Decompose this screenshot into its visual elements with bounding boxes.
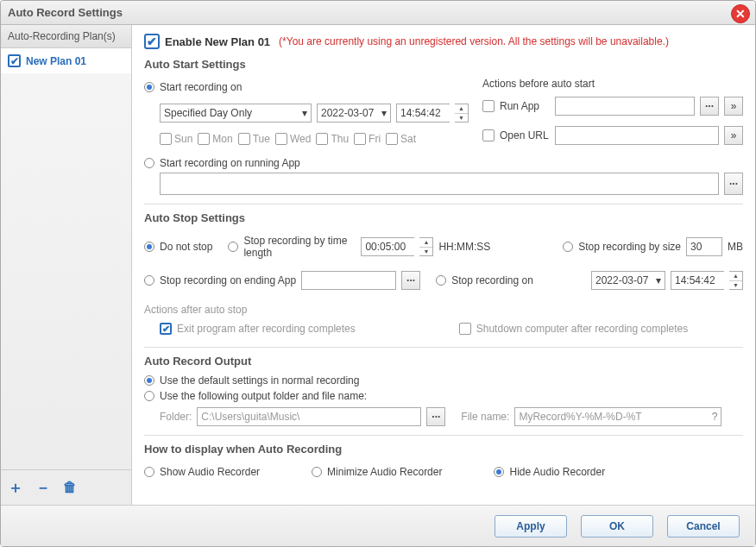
plan-checkbox-icon[interactable]: ✔ xyxy=(8,54,21,67)
start-date-picker[interactable]: 2022-03-07 xyxy=(317,104,391,123)
day-wed-check[interactable] xyxy=(275,133,287,145)
day-sun-check[interactable] xyxy=(160,133,172,145)
stop-time-radio[interactable] xyxy=(228,242,238,252)
day-tue-check[interactable] xyxy=(238,133,250,145)
stop-size-radio[interactable] xyxy=(563,242,573,252)
run-app-check[interactable] xyxy=(482,100,495,112)
add-plan-button[interactable]: ＋ xyxy=(8,477,23,498)
main-panel: ✔ Enable New Plan 01 (*You are currently… xyxy=(132,25,755,505)
display-min-radio[interactable] xyxy=(312,467,322,477)
filename-help-icon[interactable]: ? xyxy=(712,411,718,423)
stop-app-input[interactable] xyxy=(301,271,396,290)
stop-none-radio[interactable] xyxy=(144,242,154,252)
stop-time-spinner2[interactable]: ▲▼ xyxy=(729,271,743,290)
display-hide-radio[interactable] xyxy=(494,467,504,477)
dialog-window: Auto Record Settings ✕ Auto-Recording Pl… xyxy=(0,0,756,547)
enable-plan-checkbox[interactable]: ✔ xyxy=(144,34,160,49)
start-on-app-radio[interactable] xyxy=(144,158,154,168)
days-row: Sun Mon Tue Wed Thu Fri Sat xyxy=(160,133,474,145)
sidebar-item-label: New Plan 01 xyxy=(26,55,86,67)
actions-before-label: Actions before auto start xyxy=(482,78,743,90)
filename-input[interactable]: MyRecord%Y-%M-%D-%T? xyxy=(514,407,721,426)
delete-plan-button[interactable]: 🗑 xyxy=(63,480,77,495)
unregistered-notice: (*You are currently using an unregistere… xyxy=(279,35,669,47)
section-after-title: Actions after auto stop xyxy=(144,304,743,316)
open-url-go[interactable]: » xyxy=(724,126,743,145)
start-on-date-label: Start recording on xyxy=(160,81,242,93)
start-on-app-browse[interactable]: ··· xyxy=(724,173,743,195)
ok-button[interactable]: OK xyxy=(581,515,653,538)
titlebar: Auto Record Settings ✕ xyxy=(1,1,755,25)
shutdown-after-check[interactable] xyxy=(459,323,471,335)
start-on-app-label: Start recording on running App xyxy=(160,157,300,169)
stop-date-picker[interactable]: 2022-03-07 xyxy=(591,271,665,290)
stop-size-input[interactable]: 30 xyxy=(686,237,722,256)
start-columns: Start recording on Specified Day Only 20… xyxy=(144,78,743,148)
dialog-body: Auto-Recording Plan(s) ✔ New Plan 01 ＋ －… xyxy=(1,25,755,505)
filename-label: File name: xyxy=(461,411,509,423)
display-show-radio[interactable] xyxy=(144,467,154,477)
output-default-radio[interactable] xyxy=(144,375,154,386)
open-url-check[interactable] xyxy=(482,129,495,141)
start-time-input[interactable]: 14:54:42 xyxy=(396,104,450,123)
remove-plan-button[interactable]: － xyxy=(35,477,51,498)
folder-input[interactable]: C:\Users\guita\Music\ xyxy=(197,407,421,426)
sidebar: Auto-Recording Plan(s) ✔ New Plan 01 ＋ －… xyxy=(1,25,132,505)
close-button[interactable]: ✕ xyxy=(731,4,750,23)
stop-app-browse[interactable]: ··· xyxy=(401,271,420,290)
start-mode-combo[interactable]: Specified Day Only xyxy=(160,104,312,123)
folder-label: Folder: xyxy=(160,411,192,423)
stop-app-radio[interactable] xyxy=(144,275,154,286)
sidebar-header: Auto-Recording Plan(s) xyxy=(1,25,131,48)
open-url-input[interactable] xyxy=(555,126,719,145)
section-stop-title: Auto Stop Settings xyxy=(144,204,743,224)
day-thu-check[interactable] xyxy=(316,133,328,145)
window-title: Auto Record Settings xyxy=(8,6,123,19)
section-display-title: How to display when Auto Recording xyxy=(144,435,743,456)
stop-date-radio[interactable] xyxy=(436,275,446,286)
enable-row: ✔ Enable New Plan 01 (*You are currently… xyxy=(144,34,743,49)
enable-plan-label: Enable New Plan 01 xyxy=(165,35,270,48)
run-app-go[interactable]: » xyxy=(724,97,743,116)
open-url-label: Open URL xyxy=(500,129,550,141)
stop-time-input[interactable]: 00:05:00 xyxy=(361,237,414,256)
start-on-date-radio[interactable] xyxy=(144,82,154,92)
stop-time-input2[interactable]: 14:54:42 xyxy=(671,271,724,290)
run-app-input[interactable] xyxy=(555,97,695,116)
sidebar-toolbar: ＋ － 🗑 xyxy=(1,469,131,505)
day-mon-check[interactable] xyxy=(198,133,210,145)
sidebar-item-plan[interactable]: ✔ New Plan 01 xyxy=(1,48,131,73)
start-time-spinner[interactable]: ▲▼ xyxy=(455,104,469,123)
section-output-title: Auto Record Output xyxy=(144,347,743,368)
start-on-app-input[interactable] xyxy=(160,173,719,195)
dialog-footer: Apply OK Cancel xyxy=(1,505,755,546)
run-app-label: Run App xyxy=(500,100,550,112)
day-fri-check[interactable] xyxy=(354,133,366,145)
exit-after-check[interactable] xyxy=(160,323,172,335)
day-sat-check[interactable] xyxy=(386,133,398,145)
run-app-browse[interactable]: ··· xyxy=(700,97,719,116)
output-custom-radio[interactable] xyxy=(144,391,154,401)
apply-button[interactable]: Apply xyxy=(495,515,567,538)
cancel-button[interactable]: Cancel xyxy=(667,515,740,538)
folder-browse[interactable]: ··· xyxy=(426,407,445,426)
stop-time-spinner[interactable]: ▲▼ xyxy=(419,237,433,256)
section-start-title: Auto Start Settings xyxy=(144,58,743,71)
